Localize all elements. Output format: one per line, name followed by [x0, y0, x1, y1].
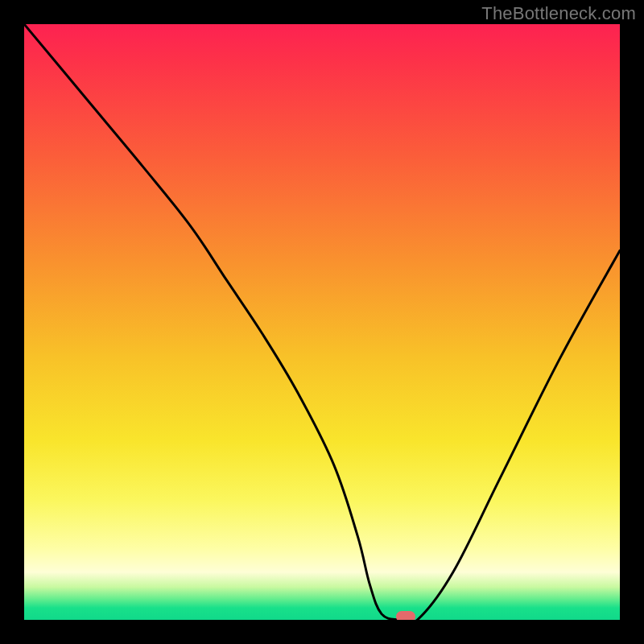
- optimal-point-marker: [396, 611, 415, 620]
- chart-frame: TheBottleneck.com: [0, 0, 644, 644]
- plot-area: [24, 24, 620, 620]
- watermark-text: TheBottleneck.com: [481, 3, 636, 24]
- bottleneck-curve: [24, 24, 620, 620]
